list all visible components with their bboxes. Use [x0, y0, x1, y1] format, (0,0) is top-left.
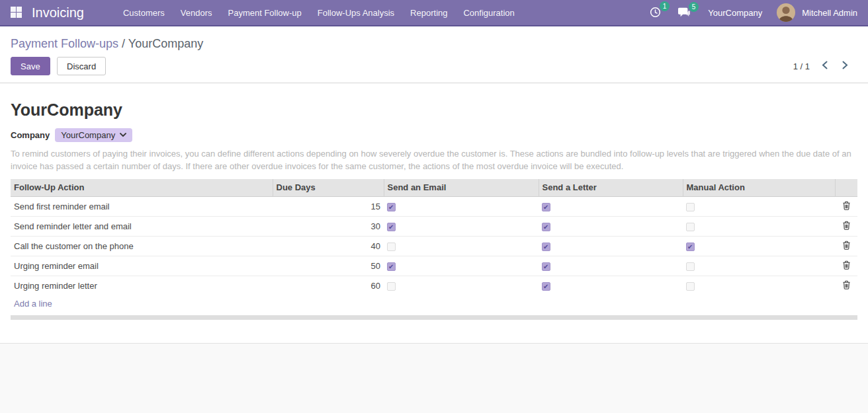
control-panel: Payment Follow-ups / YourCompany Save Di…	[0, 26, 868, 83]
avatar[interactable]	[777, 3, 795, 22]
navbar-right: 1 5 YourCompany Mitchell Admin	[644, 3, 857, 22]
menu-configuration[interactable]: Configuration	[456, 5, 521, 20]
cell-due-days[interactable]: 30	[273, 217, 384, 237]
breadcrumb-parent-link[interactable]: Payment Follow-ups	[11, 37, 118, 50]
pager: 1 / 1	[793, 59, 851, 73]
menu-vendors[interactable]: Vendors	[174, 5, 219, 20]
chevron-right-icon	[842, 61, 848, 69]
send-letter-checkbox[interactable]	[542, 282, 550, 291]
pager-next-button[interactable]	[840, 59, 851, 73]
add-a-line-link[interactable]: Add a line	[14, 299, 52, 309]
table-header-row: Follow-Up Action Due Days Send an Email …	[11, 179, 857, 197]
table-row[interactable]: Urging reminder email50	[11, 256, 857, 276]
company-select-value: YourCompany	[61, 130, 115, 140]
send-letter-checkbox[interactable]	[542, 223, 550, 231]
apps-grid-icon[interactable]	[11, 7, 22, 19]
header-due-days: Due Days	[273, 179, 384, 197]
main-menu: Customers Vendors Payment Follow-up Foll…	[116, 5, 521, 20]
send-letter-checkbox[interactable]	[542, 203, 550, 211]
send-email-checkbox[interactable]	[387, 243, 396, 251]
discard-button[interactable]: Discard	[57, 57, 106, 75]
send-email-checkbox[interactable]	[387, 203, 396, 211]
top-navbar: Invoicing Customers Vendors Payment Foll…	[0, 0, 868, 26]
send-letter-checkbox[interactable]	[542, 243, 550, 251]
header-manual-action: Manual Action	[683, 179, 835, 197]
delete-row-button[interactable]	[842, 201, 851, 210]
page-title: YourCompany	[11, 100, 857, 119]
table-row[interactable]: Send first reminder email15	[11, 197, 857, 217]
followup-table: Follow-Up Action Due Days Send an Email …	[11, 179, 857, 313]
delete-row-button[interactable]	[842, 221, 851, 230]
delete-row-button[interactable]	[842, 241, 851, 250]
trash-icon	[842, 260, 851, 270]
trash-icon	[842, 241, 851, 250]
send-email-checkbox[interactable]	[387, 282, 396, 291]
messages-badge: 5	[689, 2, 699, 12]
add-line-row: Add a line	[11, 295, 857, 313]
cell-follow-up-action[interactable]: Call the customer on the phone	[11, 237, 273, 256]
manual-action-checkbox[interactable]	[686, 262, 695, 271]
send-letter-checkbox[interactable]	[542, 262, 550, 271]
cell-due-days[interactable]: 50	[273, 256, 384, 276]
manual-action-checkbox[interactable]	[686, 203, 695, 211]
breadcrumb: Payment Follow-ups / YourCompany	[11, 36, 857, 52]
app-name[interactable]: Invoicing	[32, 5, 84, 20]
table-footer-bar	[11, 315, 857, 320]
cell-follow-up-action[interactable]: Urging reminder letter	[11, 276, 273, 296]
trash-icon	[842, 280, 851, 289]
manual-action-checkbox[interactable]	[686, 282, 695, 291]
messages-button[interactable]: 5	[672, 4, 696, 22]
menu-customers[interactable]: Customers	[116, 5, 171, 20]
delete-row-button[interactable]	[842, 260, 851, 270]
send-email-checkbox[interactable]	[387, 223, 396, 231]
company-select[interactable]: YourCompany	[55, 128, 132, 142]
trash-icon	[842, 221, 851, 230]
pager-previous-button[interactable]	[819, 59, 830, 73]
trash-icon	[842, 201, 851, 210]
form-sheet: YourCompany Company YourCompany To remin…	[0, 83, 868, 344]
cell-due-days[interactable]: 15	[273, 197, 384, 217]
followup-description: To remind customers of paying their invo…	[11, 147, 857, 172]
menu-follow-ups-analysis[interactable]: Follow-Ups Analysis	[311, 5, 401, 20]
cell-due-days[interactable]: 40	[273, 237, 384, 256]
table-row[interactable]: Urging reminder letter60	[11, 276, 857, 296]
header-send-a-letter: Send a Letter	[539, 179, 683, 197]
menu-reporting[interactable]: Reporting	[404, 5, 454, 20]
header-delete-column	[835, 179, 857, 197]
table-row[interactable]: Call the customer on the phone40	[11, 237, 857, 256]
pager-value: 1 / 1	[793, 61, 810, 71]
user-menu[interactable]: Mitchell Admin	[802, 8, 857, 18]
delete-row-button[interactable]	[842, 280, 851, 289]
company-field-row: Company YourCompany	[11, 128, 857, 142]
breadcrumb-separator: /	[122, 37, 125, 50]
followup-rows: Send first reminder email15Send reminder…	[11, 197, 857, 296]
form-buttons: Save Discard	[11, 57, 106, 75]
table-row[interactable]: Send reminder letter and email30	[11, 217, 857, 237]
content-area: YourCompany Company YourCompany To remin…	[0, 83, 868, 412]
cell-follow-up-action[interactable]: Urging reminder email	[11, 256, 273, 276]
breadcrumb-current: YourCompany	[128, 37, 203, 50]
chevron-down-icon	[120, 133, 126, 137]
menu-payment-follow-up[interactable]: Payment Follow-up	[222, 5, 308, 20]
header-follow-up-action: Follow-Up Action	[11, 179, 273, 197]
company-field-label: Company	[11, 130, 50, 140]
cell-follow-up-action[interactable]: Send reminder letter and email	[11, 217, 273, 237]
cell-due-days[interactable]: 60	[273, 276, 384, 296]
activity-badge: 1	[660, 1, 670, 11]
chevron-left-icon	[822, 61, 828, 69]
save-button[interactable]: Save	[11, 57, 50, 75]
cell-follow-up-action[interactable]: Send first reminder email	[11, 197, 273, 217]
manual-action-checkbox[interactable]	[686, 223, 695, 231]
send-email-checkbox[interactable]	[387, 262, 396, 271]
manual-action-checkbox[interactable]	[686, 243, 695, 251]
user-photo-icon	[777, 3, 795, 22]
company-switcher[interactable]: YourCompany	[708, 8, 762, 18]
header-send-an-email: Send an Email	[384, 179, 539, 197]
activities-button[interactable]: 1	[644, 3, 667, 22]
